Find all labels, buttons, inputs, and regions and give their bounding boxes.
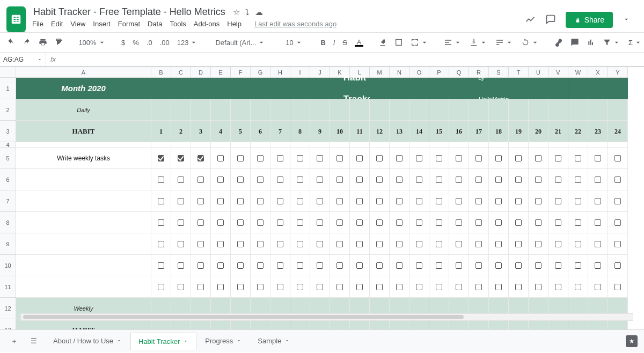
checkbox-cell[interactable] <box>608 190 628 212</box>
checkbox-cell[interactable] <box>469 169 489 190</box>
checkbox-cell[interactable] <box>251 276 270 298</box>
checkbox-cell[interactable] <box>608 276 628 298</box>
checkbox-cell[interactable] <box>568 190 588 212</box>
checkbox-cell[interactable] <box>390 255 409 276</box>
checkbox-cell[interactable] <box>588 148 608 169</box>
checkbox-cell[interactable] <box>310 276 330 298</box>
checkbox-cell[interactable] <box>151 190 171 212</box>
checkbox-cell[interactable] <box>231 190 251 212</box>
checkbox-cell[interactable] <box>449 212 469 233</box>
checkbox-cell[interactable] <box>529 148 548 169</box>
column-header[interactable]: J <box>310 67 330 78</box>
cell[interactable] <box>370 142 390 148</box>
checkbox-cell[interactable] <box>151 212 171 233</box>
insert-link-button[interactable] <box>552 36 565 49</box>
checkbox-cell[interactable] <box>568 276 588 298</box>
menu-add-ons[interactable]: Add-ons <box>194 20 219 28</box>
insert-comment-button[interactable] <box>568 36 581 49</box>
checkbox-cell[interactable] <box>588 255 608 276</box>
checkbox-cell[interactable] <box>310 233 330 255</box>
checkbox-cell[interactable] <box>529 233 548 255</box>
cell[interactable] <box>509 142 529 148</box>
row-header[interactable]: 12 <box>0 298 16 319</box>
checkbox-cell[interactable] <box>251 169 270 190</box>
checkbox-cell[interactable] <box>548 190 568 212</box>
checkbox-cell[interactable] <box>588 190 608 212</box>
checkbox-cell[interactable] <box>350 255 370 276</box>
habit-name-cell[interactable] <box>16 233 151 255</box>
column-header[interactable]: P <box>429 67 449 78</box>
checkbox-cell[interactable] <box>449 148 469 169</box>
checkbox-cell[interactable] <box>489 233 509 255</box>
checkbox-cell[interactable] <box>290 190 310 212</box>
checkbox-cell[interactable] <box>449 255 469 276</box>
checkbox-cell[interactable] <box>548 169 568 190</box>
sheet-tab[interactable]: Sample <box>250 333 297 350</box>
checkbox-cell[interactable] <box>231 233 251 255</box>
checkbox-cell[interactable] <box>270 190 290 212</box>
functions-button[interactable]: Σ <box>626 36 644 49</box>
day-number[interactable]: 21 <box>548 121 568 142</box>
row-header[interactable]: 5 <box>0 148 16 169</box>
checkbox-cell[interactable] <box>151 169 171 190</box>
explore-button[interactable] <box>626 335 638 347</box>
checkbox-cell[interactable] <box>251 190 270 212</box>
cell[interactable] <box>588 142 608 148</box>
share-button[interactable]: Share <box>566 12 613 28</box>
checkbox-cell[interactable] <box>608 148 628 169</box>
filter-button[interactable] <box>601 36 623 49</box>
checkbox-cell[interactable] <box>290 276 310 298</box>
checkbox-cell[interactable] <box>548 233 568 255</box>
day-number[interactable]: 15 <box>429 121 449 142</box>
cell[interactable] <box>469 99 489 121</box>
checkbox-cell[interactable] <box>429 148 449 169</box>
cell[interactable] <box>231 99 251 121</box>
checkbox-cell[interactable] <box>191 255 211 276</box>
cloud-status-icon[interactable]: ☁ <box>255 8 263 17</box>
sheet-tab[interactable]: Habit Tracker <box>130 333 196 350</box>
day-number[interactable]: 1 <box>151 121 171 142</box>
currency-button[interactable]: $ <box>119 36 127 49</box>
day-number[interactable]: 6 <box>251 121 270 142</box>
checkbox-cell[interactable] <box>449 169 469 190</box>
day-number[interactable]: 11 <box>350 121 370 142</box>
row-header[interactable]: 3 <box>0 121 16 142</box>
day-number[interactable]: 3 <box>191 121 211 142</box>
cell[interactable] <box>310 99 330 121</box>
decrease-decimal-button[interactable]: .0 <box>144 36 155 49</box>
column-header[interactable]: Y <box>608 67 628 78</box>
undo-button[interactable] <box>4 36 17 49</box>
checkbox-cell[interactable] <box>191 233 211 255</box>
star-icon[interactable]: ☆ <box>233 8 240 17</box>
day-number[interactable]: 19 <box>509 121 529 142</box>
checkbox-cell[interactable] <box>568 169 588 190</box>
checkbox-cell[interactable] <box>211 190 231 212</box>
cell[interactable] <box>211 142 231 148</box>
increase-decimal-button[interactable]: .00 <box>158 36 172 49</box>
checkbox-cell[interactable] <box>211 276 231 298</box>
checkbox-cell[interactable] <box>509 148 529 169</box>
checkbox-cell[interactable] <box>390 233 409 255</box>
add-sheet-button[interactable]: ＋ <box>6 333 22 349</box>
checkbox-cell[interactable] <box>270 148 290 169</box>
sheet-tab[interactable]: About / How to Use <box>46 333 129 350</box>
cell[interactable] <box>390 99 409 121</box>
column-header[interactable]: D <box>191 67 211 78</box>
checkbox-cell[interactable] <box>211 255 231 276</box>
checkbox-cell[interactable] <box>469 276 489 298</box>
checkbox-cell[interactable] <box>330 255 350 276</box>
checkbox-cell[interactable] <box>211 169 231 190</box>
row-header[interactable]: 7 <box>0 190 16 212</box>
checkbox-cell[interactable] <box>429 276 449 298</box>
checkbox-cell[interactable] <box>409 233 429 255</box>
cell[interactable] <box>330 99 350 121</box>
menu-help[interactable]: Help <box>227 20 241 28</box>
day-number[interactable]: 8 <box>290 121 310 142</box>
checkbox-cell[interactable] <box>350 169 370 190</box>
row-header[interactable]: 6 <box>0 169 16 190</box>
habit-name-cell[interactable] <box>16 212 151 233</box>
checkbox-cell[interactable] <box>429 255 449 276</box>
checkbox-cell[interactable] <box>469 255 489 276</box>
checkbox-cell[interactable] <box>429 169 449 190</box>
text-color-button[interactable]: A <box>353 36 365 49</box>
